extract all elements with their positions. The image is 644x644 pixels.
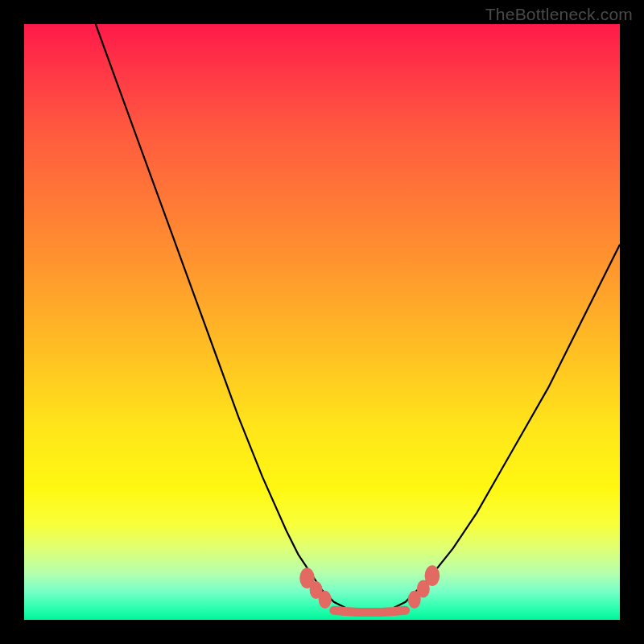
chart-frame: TheBottleneck.com [0, 0, 644, 644]
curve-markers [299, 565, 440, 609]
watermark-text: TheBottleneck.com [485, 5, 633, 24]
left-curve [96, 24, 346, 608]
curve-marker [425, 565, 440, 586]
curve-marker [319, 591, 332, 609]
right-curve [394, 245, 620, 608]
bottom-segment [334, 610, 406, 612]
plot-area [24, 24, 620, 620]
chart-svg [24, 24, 620, 620]
